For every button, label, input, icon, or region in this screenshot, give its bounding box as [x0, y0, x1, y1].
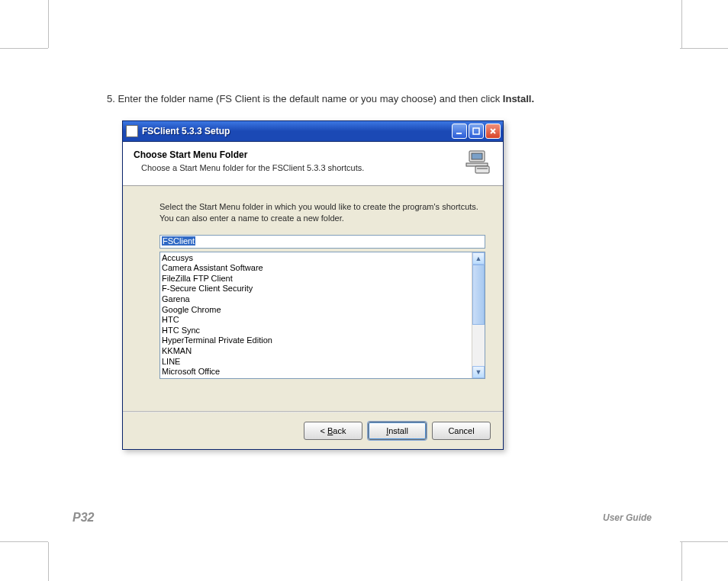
computer-icon: [465, 149, 492, 175]
instruction-prefix: 5. Enter the folder name (FS Client is t…: [107, 93, 503, 104]
list-item[interactable]: FileZilla FTP Client: [162, 274, 470, 284]
svg-rect-4: [466, 163, 488, 166]
titlebar: FSClient 5.3.3 Setup: [123, 121, 503, 142]
list-item[interactable]: Camera Assistant Software: [162, 263, 470, 274]
svg-rect-1: [473, 128, 479, 134]
header-subtitle: Choose a Start Menu folder for the FSCli…: [141, 163, 492, 172]
button-bar: < Back Install Cancel: [123, 412, 503, 449]
list-item[interactable]: HyperTerminal Private Edition: [162, 335, 470, 346]
maximize-button[interactable]: [469, 124, 484, 139]
scrollbar[interactable]: ▲ ▼: [472, 252, 485, 378]
scroll-down-button[interactable]: ▼: [472, 366, 485, 378]
list-item[interactable]: Accusys: [162, 253, 470, 264]
instruction-bold: Install.: [503, 93, 534, 104]
list-item[interactable]: HTC: [162, 315, 470, 326]
cancel-button[interactable]: Cancel: [432, 422, 491, 440]
scroll-up-button[interactable]: ▲: [472, 252, 485, 265]
list-item[interactable]: HTC Sync: [162, 326, 470, 336]
scroll-track[interactable]: [472, 265, 485, 366]
install-button[interactable]: Install: [368, 422, 427, 440]
list-item[interactable]: LINE: [162, 357, 470, 368]
close-button[interactable]: [485, 124, 501, 139]
window-title: FSClient 5.3.3 Setup: [142, 126, 230, 136]
instruction-text: 5. Enter the folder name (FS Client is t…: [107, 93, 534, 104]
minimize-button[interactable]: [452, 124, 467, 139]
body-panel: Select the Start Menu folder in which yo…: [123, 186, 503, 382]
list-item[interactable]: Google Chrome: [162, 305, 470, 316]
scroll-thumb[interactable]: [472, 265, 485, 326]
page-number: P32: [72, 511, 94, 525]
svg-rect-0: [456, 133, 462, 134]
svg-rect-5: [475, 166, 489, 173]
installer-window: FSClient 5.3.3 Setup Choose Start Menu F…: [122, 120, 504, 450]
svg-rect-6: [477, 168, 488, 169]
list-item[interactable]: F-Secure Client Security: [162, 284, 470, 294]
document-title: User Guide: [603, 512, 652, 523]
folder-name-value: FSClient: [162, 236, 195, 246]
app-icon: [126, 125, 138, 137]
folder-listbox[interactable]: AccusysCamera Assistant SoftwareFileZill…: [159, 252, 485, 379]
folder-name-input[interactable]: FSClient: [159, 235, 485, 249]
back-button[interactable]: < Back: [304, 422, 362, 440]
header-title: Choose Start Menu Folder: [134, 149, 492, 160]
svg-rect-3: [472, 153, 482, 159]
list-item[interactable]: Microsoft Office: [162, 367, 470, 377]
body-instructions: Select the Start Menu folder in which yo…: [159, 201, 482, 224]
header-panel: Choose Start Menu Folder Choose a Start …: [123, 142, 503, 186]
list-item[interactable]: KKMAN: [162, 346, 470, 357]
list-item[interactable]: Garena: [162, 294, 470, 305]
